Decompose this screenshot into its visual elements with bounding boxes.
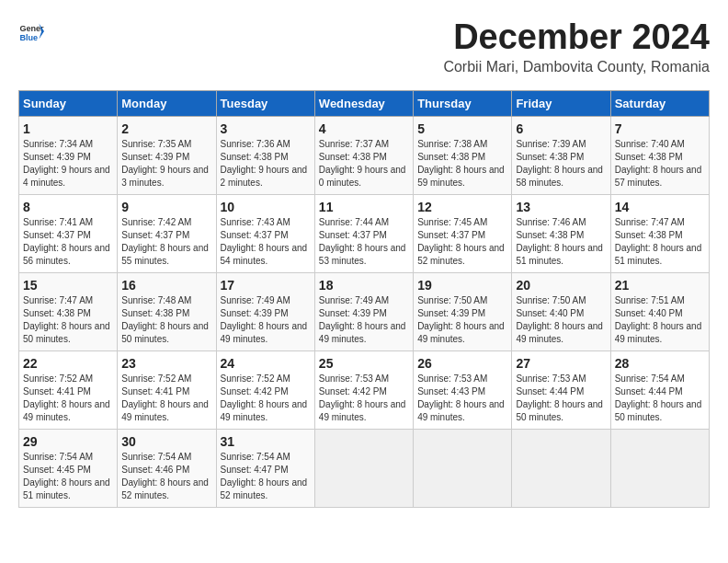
calendar-week-row: 1Sunrise: 7:34 AMSunset: 4:39 PMDaylight…	[19, 116, 710, 194]
calendar-week-row: 22Sunrise: 7:52 AMSunset: 4:41 PMDayligh…	[19, 350, 710, 429]
table-row: 3Sunrise: 7:36 AMSunset: 4:38 PMDaylight…	[216, 116, 314, 194]
table-row	[414, 429, 512, 507]
day-number: 25	[319, 356, 409, 371]
day-info: Sunrise: 7:47 AMSunset: 4:38 PMDaylight:…	[23, 294, 113, 346]
col-sunday: Sunday	[19, 90, 118, 116]
day-number: 7	[615, 121, 705, 136]
col-friday: Friday	[512, 90, 610, 116]
col-tuesday: Tuesday	[216, 90, 314, 116]
day-info: Sunrise: 7:38 AMSunset: 4:38 PMDaylight:…	[417, 138, 507, 190]
title-section: December 2024 Corbii Mari, Dambovita Cou…	[443, 18, 710, 75]
table-row: 1Sunrise: 7:34 AMSunset: 4:39 PMDaylight…	[19, 116, 118, 194]
table-row: 24Sunrise: 7:52 AMSunset: 4:42 PMDayligh…	[216, 350, 314, 429]
day-number: 10	[221, 200, 311, 214]
day-number: 9	[121, 200, 211, 214]
day-number: 8	[23, 200, 113, 214]
table-row: 2Sunrise: 7:35 AMSunset: 4:39 PMDaylight…	[118, 116, 216, 194]
day-info: Sunrise: 7:41 AMSunset: 4:37 PMDaylight:…	[23, 216, 113, 268]
day-info: Sunrise: 7:44 AMSunset: 4:37 PMDaylight:…	[319, 216, 409, 268]
table-row: 25Sunrise: 7:53 AMSunset: 4:42 PMDayligh…	[314, 350, 413, 429]
day-number: 24	[221, 356, 311, 371]
table-row: 14Sunrise: 7:47 AMSunset: 4:38 PMDayligh…	[610, 194, 709, 272]
day-info: Sunrise: 7:45 AMSunset: 4:37 PMDaylight:…	[417, 216, 507, 268]
table-row: 28Sunrise: 7:54 AMSunset: 4:44 PMDayligh…	[610, 350, 709, 429]
day-info: Sunrise: 7:52 AMSunset: 4:41 PMDaylight:…	[23, 373, 113, 424]
day-number: 17	[221, 278, 311, 293]
day-number: 2	[121, 121, 211, 136]
day-info: Sunrise: 7:54 AMSunset: 4:47 PMDaylight:…	[221, 451, 311, 502]
day-info: Sunrise: 7:50 AMSunset: 4:39 PMDaylight:…	[417, 294, 507, 346]
col-saturday: Saturday	[610, 90, 709, 116]
day-number: 13	[516, 200, 606, 214]
table-row: 30Sunrise: 7:54 AMSunset: 4:46 PMDayligh…	[118, 429, 216, 507]
day-info: Sunrise: 7:50 AMSunset: 4:40 PMDaylight:…	[516, 294, 606, 346]
table-row: 29Sunrise: 7:54 AMSunset: 4:45 PMDayligh…	[19, 429, 118, 507]
table-row	[610, 429, 709, 507]
day-number: 30	[121, 434, 211, 449]
table-row: 12Sunrise: 7:45 AMSunset: 4:37 PMDayligh…	[414, 194, 512, 272]
day-info: Sunrise: 7:39 AMSunset: 4:38 PMDaylight:…	[516, 138, 606, 190]
col-wednesday: Wednesday	[314, 90, 413, 116]
day-info: Sunrise: 7:43 AMSunset: 4:37 PMDaylight:…	[221, 216, 311, 268]
day-info: Sunrise: 7:42 AMSunset: 4:37 PMDaylight:…	[121, 216, 211, 268]
calendar-week-row: 29Sunrise: 7:54 AMSunset: 4:45 PMDayligh…	[19, 429, 710, 507]
table-row: 19Sunrise: 7:50 AMSunset: 4:39 PMDayligh…	[414, 272, 512, 350]
day-number: 14	[615, 200, 705, 214]
day-info: Sunrise: 7:47 AMSunset: 4:38 PMDaylight:…	[615, 216, 705, 268]
calendar-table: Sunday Monday Tuesday Wednesday Thursday…	[18, 90, 710, 508]
day-number: 26	[417, 356, 507, 371]
day-info: Sunrise: 7:37 AMSunset: 4:38 PMDaylight:…	[319, 138, 409, 190]
day-number: 15	[23, 278, 113, 293]
calendar-week-row: 8Sunrise: 7:41 AMSunset: 4:37 PMDaylight…	[19, 194, 710, 272]
day-info: Sunrise: 7:40 AMSunset: 4:38 PMDaylight:…	[615, 138, 705, 190]
day-number: 29	[23, 434, 113, 449]
logo: General Blue	[18, 18, 44, 44]
day-info: Sunrise: 7:53 AMSunset: 4:42 PMDaylight:…	[319, 373, 409, 424]
day-info: Sunrise: 7:54 AMSunset: 4:44 PMDaylight:…	[615, 373, 705, 424]
day-number: 28	[615, 356, 705, 371]
day-info: Sunrise: 7:53 AMSunset: 4:43 PMDaylight:…	[417, 373, 507, 424]
table-row: 26Sunrise: 7:53 AMSunset: 4:43 PMDayligh…	[414, 350, 512, 429]
day-number: 16	[121, 278, 211, 293]
day-number: 18	[319, 278, 409, 293]
day-info: Sunrise: 7:48 AMSunset: 4:38 PMDaylight:…	[121, 294, 211, 346]
day-number: 6	[516, 121, 606, 136]
calendar-week-row: 15Sunrise: 7:47 AMSunset: 4:38 PMDayligh…	[19, 272, 710, 350]
day-info: Sunrise: 7:36 AMSunset: 4:38 PMDaylight:…	[221, 138, 311, 190]
table-row: 13Sunrise: 7:46 AMSunset: 4:38 PMDayligh…	[512, 194, 610, 272]
page-header: General Blue December 2024 Corbii Mari, …	[18, 18, 710, 75]
location-title: Corbii Mari, Dambovita County, Romania	[443, 59, 710, 75]
day-info: Sunrise: 7:54 AMSunset: 4:46 PMDaylight:…	[121, 451, 211, 502]
table-row: 18Sunrise: 7:49 AMSunset: 4:39 PMDayligh…	[314, 272, 413, 350]
table-row: 22Sunrise: 7:52 AMSunset: 4:41 PMDayligh…	[19, 350, 118, 429]
table-row: 21Sunrise: 7:51 AMSunset: 4:40 PMDayligh…	[610, 272, 709, 350]
table-row: 31Sunrise: 7:54 AMSunset: 4:47 PMDayligh…	[216, 429, 314, 507]
table-row: 8Sunrise: 7:41 AMSunset: 4:37 PMDaylight…	[19, 194, 118, 272]
table-row: 17Sunrise: 7:49 AMSunset: 4:39 PMDayligh…	[216, 272, 314, 350]
svg-text:General: General	[19, 24, 44, 33]
table-row: 11Sunrise: 7:44 AMSunset: 4:37 PMDayligh…	[314, 194, 413, 272]
col-monday: Monday	[118, 90, 216, 116]
day-number: 5	[417, 121, 507, 136]
day-info: Sunrise: 7:49 AMSunset: 4:39 PMDaylight:…	[221, 294, 311, 346]
day-number: 20	[516, 278, 606, 293]
day-info: Sunrise: 7:35 AMSunset: 4:39 PMDaylight:…	[121, 138, 211, 190]
day-number: 4	[319, 121, 409, 136]
day-number: 23	[121, 356, 211, 371]
table-row: 4Sunrise: 7:37 AMSunset: 4:38 PMDaylight…	[314, 116, 413, 194]
day-info: Sunrise: 7:49 AMSunset: 4:39 PMDaylight:…	[319, 294, 409, 346]
day-info: Sunrise: 7:34 AMSunset: 4:39 PMDaylight:…	[23, 138, 113, 190]
day-number: 19	[417, 278, 507, 293]
svg-text:Blue: Blue	[19, 33, 38, 42]
table-row: 6Sunrise: 7:39 AMSunset: 4:38 PMDaylight…	[512, 116, 610, 194]
table-row	[314, 429, 413, 507]
table-row	[512, 429, 610, 507]
day-number: 31	[221, 434, 311, 449]
day-number: 3	[221, 121, 311, 136]
day-info: Sunrise: 7:52 AMSunset: 4:41 PMDaylight:…	[121, 373, 211, 424]
day-info: Sunrise: 7:46 AMSunset: 4:38 PMDaylight:…	[516, 216, 606, 268]
day-number: 12	[417, 200, 507, 214]
table-row: 7Sunrise: 7:40 AMSunset: 4:38 PMDaylight…	[610, 116, 709, 194]
day-number: 22	[23, 356, 113, 371]
col-thursday: Thursday	[414, 90, 512, 116]
